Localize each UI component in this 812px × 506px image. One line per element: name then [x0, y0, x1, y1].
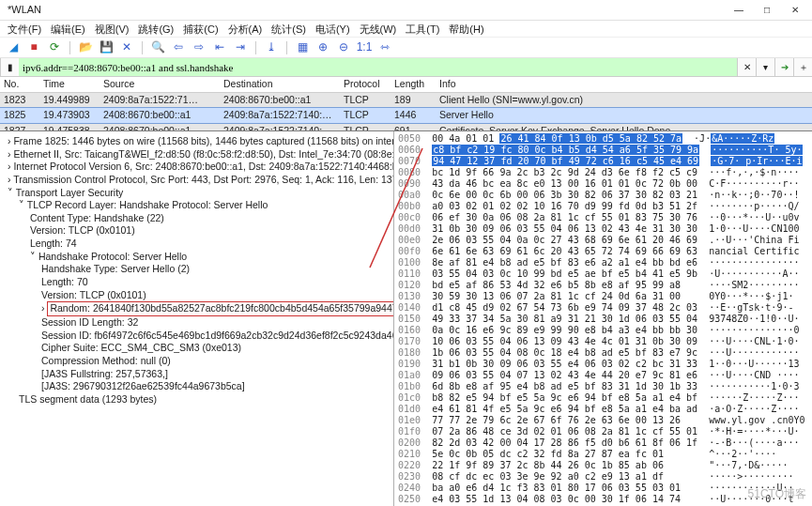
zoom-in-icon[interactable]: ⊕	[315, 40, 330, 55]
filter-bookmark-icon[interactable]: ▮	[0, 58, 19, 76]
packet-row-selected[interactable]: 1825 19.473903 2408:8670:be00::a1 2409:8…	[0, 107, 812, 124]
col-source[interactable]: Source	[100, 77, 220, 92]
close-button[interactable]: ✕	[782, 2, 808, 19]
find-icon[interactable]: 🔍	[150, 40, 165, 55]
go-prev-icon[interactable]: ⇦	[171, 40, 186, 55]
filter-apply-icon[interactable]: ➔	[774, 58, 793, 76]
colorize-icon[interactable]: ▦	[295, 40, 310, 55]
hex-row[interactable]: 01c0 b8 82 e5 94 bf e5 5a 9c e6 94 bf e8…	[398, 392, 808, 404]
minimize-button[interactable]: —	[726, 2, 752, 19]
hex-row[interactable]: 01f0 07 2a 86 48 ce 3d 02 01 06 08 2a 81…	[398, 426, 808, 437]
hex-row[interactable]: 0090 43 da 46 bc ea 8c e0 13 00 16 01 01…	[398, 178, 808, 190]
hex-row[interactable]: 0210 5e 0c 0b 05 dc c2 32 fd 8a 27 87 ea…	[398, 449, 808, 460]
hex-row[interactable]: 01d0 e4 61 81 4f e5 5a 9c e6 94 bf e8 5a…	[398, 404, 808, 415]
maximize-button[interactable]: □	[754, 2, 780, 19]
autoscroll-icon[interactable]: ⤓	[264, 40, 279, 55]
hex-row[interactable]: 01a0 09 06 03 55 04 07 13 02 43 4e 44 20…	[398, 370, 808, 381]
hex-row[interactable]: 0060 c8 bf c2 19 fc 80 0c b4 b5 d4 54 a6…	[398, 145, 808, 156]
tree-segment[interactable]: TLS segment data (1293 bytes)	[4, 393, 390, 406]
filter-clear-icon[interactable]: ✕	[737, 58, 756, 76]
tree-length[interactable]: Length: 74	[4, 238, 390, 251]
tree-record[interactable]: ˅ TLCP Record Layer: Handshake Protocol:…	[4, 199, 390, 212]
go-first-icon[interactable]: ⇤	[212, 40, 227, 55]
hex-row[interactable]: 0250 e4 03 55 1d 13 04 08 03 0c 00 30 1f…	[398, 494, 808, 505]
save-file-icon[interactable]: 💾	[99, 40, 114, 55]
hex-row[interactable]: 0070 94 47 12 37 fd 20 70 bf 49 72 c6 16…	[398, 156, 808, 167]
menu-tools[interactable]: 工具(T)	[406, 23, 439, 35]
hex-row[interactable]: 0050 00 4a 01 01 26 41 84 0f 13 0b d5 5a…	[398, 133, 808, 145]
tree-random-selected[interactable]: › Random: 2641840f130bd55a82527ac8bfc219…	[4, 301, 390, 316]
hex-row[interactable]: 0150 49 33 37 34 5a 30 81 a9 31 21 30 1d…	[398, 314, 808, 325]
tree-version[interactable]: Version: TLCP (0x0101)	[4, 224, 390, 238]
close-file-icon[interactable]: ✕	[119, 40, 134, 55]
tree-content-type[interactable]: Content Type: Handshake (22)	[4, 212, 390, 225]
tree-tcp[interactable]: › Transmission Control Protocol, Src Por…	[4, 174, 390, 187]
tree-ethernet[interactable]: › Ethernet II, Src: TaicangT&WEl_f2:d8:5…	[4, 148, 390, 161]
hex-row[interactable]: 00d0 31 0b 30 09 06 03 55 04 06 13 02 43…	[398, 223, 808, 235]
col-dest[interactable]: Destination	[220, 77, 340, 92]
hex-row[interactable]: 0160 0a 0c 16 e6 9c 89 e9 99 90 e8 b4 a3…	[398, 325, 808, 336]
tree-comp[interactable]: Compression Method: null (0)	[4, 355, 390, 368]
hex-row[interactable]: 0100 8e af 81 e4 b8 ad e5 bf 83 e6 a2 a1…	[398, 257, 808, 268]
hex-row[interactable]: 00a0 0c 6e 00 0c 6b 00 06 3b 30 82 06 37…	[398, 190, 808, 201]
hex-row[interactable]: 00e0 2e 06 03 55 04 0a 0c 27 43 68 69 6e…	[398, 235, 808, 246]
go-last-icon[interactable]: ⇥	[233, 40, 248, 55]
tree-ja3s-full[interactable]: [JA3S Fullstring: 257,57363,]	[4, 368, 390, 381]
packet-row[interactable]: 1827 19.475838 2408:8670:be00::a1 2409:8…	[0, 124, 812, 131]
hex-row[interactable]: 00b0 a0 03 02 01 02 02 10 16 70 d9 99 fd…	[398, 201, 808, 212]
hex-row[interactable]: 01e0 77 77 2e 79 6c 2e 67 6f 76 2e 63 6e…	[398, 415, 808, 426]
resize-cols-icon[interactable]: ⇿	[377, 40, 392, 55]
start-capture-icon[interactable]: ◢	[6, 40, 21, 55]
go-next-icon[interactable]: ⇨	[192, 40, 207, 55]
hex-row[interactable]: 0180 1b 06 03 55 04 08 0c 18 e4 b8 ad e5…	[398, 347, 808, 359]
hex-row[interactable]: 0130 30 59 30 13 06 07 2a 81 1c cf 24 0d…	[398, 291, 808, 302]
stop-capture-icon[interactable]: ■	[26, 40, 41, 55]
menu-file[interactable]: 文件(F)	[8, 23, 41, 35]
menu-stats[interactable]: 统计(S)	[271, 23, 306, 35]
col-time[interactable]: Time	[39, 77, 100, 92]
hex-row[interactable]: 0230 08 cf dc ec 03 3e 9e 92 a0 c2 e9 13…	[398, 471, 808, 483]
filter-plus-icon[interactable]: ＋	[793, 58, 812, 76]
hex-row[interactable]: 0080 bc 1d 9f 66 9a 2c b3 2c 9d 24 d3 6e…	[398, 167, 808, 178]
col-proto[interactable]: Protocol	[340, 77, 391, 92]
filter-dropdown-icon[interactable]: ▾	[756, 58, 774, 76]
tree-handshake[interactable]: ˅ Handshake Protocol: Server Hello	[4, 251, 390, 264]
menu-view[interactable]: 视图(V)	[95, 23, 130, 35]
tree-ipv6[interactable]: › Internet Protocol Version 6, Src: 2408…	[4, 161, 390, 174]
tree-sid-len[interactable]: Session ID Length: 32	[4, 316, 390, 330]
hex-row[interactable]: 01b0 6d 8b e8 af 95 e4 b8 ad e5 bf 83 31…	[398, 381, 808, 392]
tree-frame[interactable]: › Frame 1825: 1446 bytes on wire (11568 …	[4, 135, 390, 148]
packet-row[interactable]: 1823 19.449989 2409:8a7a:1522:71… 2408:8…	[0, 93, 812, 108]
menu-help[interactable]: 帮助(H)	[449, 23, 483, 35]
tree-tls[interactable]: ˅ Transport Layer Security	[4, 187, 390, 200]
zoom-reset-icon[interactable]: 1:1	[357, 40, 372, 55]
col-info[interactable]: Info	[436, 77, 812, 92]
tree-cipher[interactable]: Cipher Suite: ECC_SM4_CBC_SM3 (0xe013)	[4, 342, 390, 355]
zoom-out-icon[interactable]: ⊖	[336, 40, 351, 55]
hex-row[interactable]: 0240 ba a0 e6 d4 1c f3 83 01 80 17 06 03…	[398, 483, 808, 494]
packet-bytes-hex[interactable]: 0050 00 4a 01 01 26 41 84 0f 13 0b d5 5a…	[394, 131, 812, 506]
hex-row[interactable]: 0170 10 06 03 55 04 06 13 09 43 4e 4c 01…	[398, 336, 808, 347]
tree-hs-length[interactable]: Length: 70	[4, 276, 390, 289]
menu-wireless[interactable]: 无线(W)	[360, 23, 397, 35]
tree-hs-type[interactable]: Handshake Type: Server Hello (2)	[4, 263, 390, 276]
hex-row[interactable]: 00f0 6e 61 6e 63 69 61 6c 20 43 65 72 74…	[398, 246, 808, 257]
restart-capture-icon[interactable]: ⟳	[47, 40, 62, 55]
hex-row[interactable]: 0120 bd e5 af 86 53 4d 32 e6 b5 8b e8 af…	[398, 280, 808, 291]
menu-capture[interactable]: 捕获(C)	[183, 23, 218, 35]
menu-go[interactable]: 跳转(G)	[138, 23, 174, 35]
tree-sid[interactable]: Session ID: fb6f4972c6f6c545e469bc1d9f66…	[4, 330, 390, 343]
menu-edit[interactable]: 编辑(E)	[51, 23, 85, 35]
display-filter-input[interactable]	[19, 58, 737, 76]
menu-telephony[interactable]: 电话(Y)	[315, 23, 350, 35]
hex-row[interactable]: 0140 d1 c8 45 d9 02 67 54 73 6b e9 74 09…	[398, 302, 808, 314]
hex-row[interactable]: 0200 82 2d 03 42 00 04 17 28 86 f5 d0 b6…	[398, 437, 808, 449]
tree-ja3s[interactable]: [JA3S: 296790312f26ae62539fc44a9673b5ca]	[4, 380, 390, 393]
hex-row[interactable]: 00c0 06 ef 30 0a 06 08 2a 81 1c cf 55 01…	[398, 212, 808, 223]
hex-row[interactable]: 0220 22 1f 9f 89 37 2c 8b 44 26 0c 1b 85…	[398, 460, 808, 471]
open-file-icon[interactable]: 📂	[78, 40, 93, 55]
tree-hs-version[interactable]: Version: TLCP (0x0101)	[4, 289, 390, 302]
packet-list[interactable]: No. Time Source Destination Protocol Len…	[0, 77, 812, 131]
hex-row[interactable]: 0190 31 b1 0b 30 09 06 03 55 e4 06 03 02…	[398, 359, 808, 370]
menu-analyze[interactable]: 分析(A)	[228, 23, 263, 35]
